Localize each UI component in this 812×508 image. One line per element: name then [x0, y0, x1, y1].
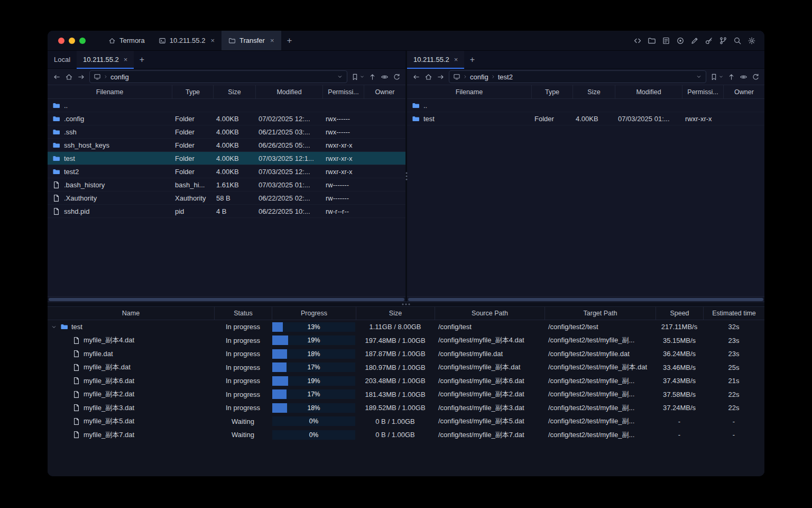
file-row[interactable]: .sshFolder4.00KB06/21/2025 03:...rwx----…	[48, 125, 405, 139]
transfer-row[interactable]: myfile.datIn progress18%187.87MB / 1.00G…	[48, 347, 764, 361]
edit-button[interactable]	[688, 34, 701, 47]
path-segment[interactable]: config	[110, 73, 129, 81]
column-header-type[interactable]: Type	[172, 85, 213, 98]
titlebar-tab-transfer[interactable]: Transfer×	[222, 31, 281, 50]
close-icon[interactable]: ×	[210, 37, 215, 44]
vertical-splitter[interactable]	[405, 51, 407, 302]
column-header-size[interactable]: Size	[356, 307, 435, 320]
transfer-name-cell[interactable]: myfile.dat	[48, 350, 214, 358]
transfer-name-cell[interactable]: myfile_副本6.dat	[48, 376, 214, 386]
file-row[interactable]: test2Folder4.00KB07/03/2025 12:...rwxr-x…	[48, 165, 405, 178]
minimize-window-button[interactable]	[69, 38, 75, 44]
bookmark-button[interactable]	[350, 71, 366, 83]
file-row[interactable]: ..	[48, 99, 405, 112]
log-button[interactable]	[660, 34, 672, 47]
column-header-speed[interactable]: Speed	[656, 307, 703, 320]
column-header-owner[interactable]: Owner	[723, 85, 764, 98]
transfer-row[interactable]: myfile_副本4.datIn progress19%197.48MB / 1…	[48, 334, 764, 348]
titlebar-tab-termora[interactable]: Termora	[102, 31, 152, 50]
transfer-name-cell[interactable]: myfile_副本2.dat	[48, 389, 214, 399]
refresh-button[interactable]	[750, 71, 761, 83]
path-input[interactable]: config	[89, 70, 347, 83]
transfer-name-cell[interactable]: myfile_副本4.dat	[48, 335, 214, 345]
file-row[interactable]: testFolder4.00KB07/03/2025 01:...rwxr-xr…	[407, 112, 764, 125]
back-button[interactable]	[410, 71, 422, 83]
close-window-button[interactable]	[58, 38, 64, 44]
path-segment[interactable]: test2	[498, 73, 513, 81]
transfer-name-cell[interactable]: myfile_副本.dat	[48, 362, 214, 372]
column-header-type[interactable]: Type	[531, 85, 573, 98]
transfer-name-cell[interactable]: test	[48, 323, 214, 331]
transfer-row[interactable]: myfile_副本7.datWaiting0%0 B / 1.00GB/conf…	[48, 428, 764, 442]
new-panel-tab-button[interactable]: +	[134, 51, 150, 68]
close-icon[interactable]: ×	[454, 56, 458, 63]
titlebar-tab-10-211-55-2[interactable]: 10.211.55.2×	[152, 31, 222, 50]
branch-button[interactable]	[717, 34, 730, 47]
record-button[interactable]	[674, 34, 687, 47]
file-row[interactable]: .bash_historybash_hi...1.61KB07/03/2025 …	[48, 178, 405, 192]
new-panel-tab-button[interactable]: +	[464, 51, 480, 68]
column-header-status[interactable]: Status	[214, 307, 272, 320]
search-button[interactable]	[731, 34, 744, 47]
transfer-name-cell[interactable]: myfile_副本3.dat	[48, 403, 214, 413]
path-segment[interactable]: config	[470, 73, 488, 81]
panel-tab-local[interactable]: Local	[48, 51, 77, 68]
horizontal-splitter[interactable]	[48, 302, 764, 307]
scrollbar-thumb[interactable]	[49, 298, 404, 301]
file-row[interactable]: ..	[407, 99, 764, 112]
column-header-filename[interactable]: Filename	[48, 85, 172, 98]
column-header-progress[interactable]: Progress	[272, 307, 356, 320]
column-header-filename[interactable]: Filename	[407, 85, 531, 98]
scrollbar-thumb[interactable]	[408, 298, 763, 301]
forward-button[interactable]	[435, 71, 446, 83]
refresh-button[interactable]	[391, 71, 402, 83]
settings-button[interactable]	[745, 34, 758, 47]
column-header-source-path[interactable]: Source Path	[435, 307, 545, 320]
column-header-size[interactable]: Size	[573, 85, 615, 98]
horizontal-scrollbar[interactable]	[48, 296, 405, 302]
transfer-row[interactable]: myfile_副本6.datIn progress19%203.48MB / 1…	[48, 374, 764, 388]
transfer-row[interactable]: myfile_副本3.datIn progress18%189.52MB / 1…	[48, 401, 764, 415]
code-button[interactable]	[631, 34, 644, 47]
show-hidden-button[interactable]	[379, 71, 390, 83]
column-header-permissi[interactable]: Permissi...	[682, 85, 723, 98]
file-row[interactable]: .XauthorityXauthority58 B06/22/2025 02:.…	[48, 192, 405, 205]
column-header-modified[interactable]: Modified	[255, 85, 322, 98]
column-header-permissi[interactable]: Permissi...	[322, 85, 364, 98]
forward-button[interactable]	[75, 71, 87, 83]
horizontal-scrollbar[interactable]	[407, 296, 764, 302]
column-header-name[interactable]: Name	[48, 307, 214, 320]
show-hidden-button[interactable]	[737, 71, 749, 83]
column-header-target-path[interactable]: Target Path	[545, 307, 656, 320]
transfer-row[interactable]: myfile_副本.datIn progress17%180.97MB / 1.…	[48, 361, 764, 375]
home-button[interactable]	[63, 71, 75, 83]
new-tab-button[interactable]: +	[281, 31, 298, 50]
close-icon[interactable]: ×	[270, 37, 274, 44]
upload-button[interactable]	[366, 71, 378, 83]
folder-button[interactable]	[645, 34, 658, 47]
transfer-row[interactable]: myfile_副本2.datIn progress17%181.43MB / 1…	[48, 388, 764, 402]
column-header-estimated-time[interactable]: Estimated time	[703, 307, 764, 320]
transfer-row[interactable]: testIn progress13%1.11GB / 8.00GB/config…	[48, 320, 764, 334]
panel-tab-10-211-55-2[interactable]: 10.211.55.2×	[407, 51, 464, 68]
transfer-name-cell[interactable]: myfile_副本7.dat	[48, 430, 214, 440]
panel-tab-10-211-55-2[interactable]: 10.211.55.2×	[77, 51, 134, 68]
transfer-name-cell[interactable]: myfile_副本5.dat	[48, 416, 214, 426]
column-header-modified[interactable]: Modified	[615, 85, 682, 98]
path-input[interactable]: configtest2	[449, 70, 706, 83]
back-button[interactable]	[51, 71, 62, 83]
home-button[interactable]	[422, 71, 434, 83]
bookmark-button[interactable]	[709, 71, 725, 83]
close-icon[interactable]: ×	[124, 56, 128, 63]
transfer-row[interactable]: myfile_副本5.datWaiting0%0 B / 1.00GB/conf…	[48, 415, 764, 429]
file-row[interactable]: .configFolder4.00KB07/02/2025 12:...rwx-…	[48, 112, 405, 125]
chevron-down-icon[interactable]	[51, 324, 57, 330]
column-header-owner[interactable]: Owner	[364, 85, 405, 98]
file-row[interactable]: testFolder4.00KB07/03/2025 12:1...rwxr-x…	[48, 152, 405, 165]
column-header-size[interactable]: Size	[213, 85, 255, 98]
key-button[interactable]	[703, 34, 715, 47]
file-row[interactable]: ssh_host_keysFolder4.00KB06/26/2025 05:.…	[48, 139, 405, 152]
upload-button[interactable]	[725, 71, 737, 83]
chevron-down-icon[interactable]	[696, 74, 702, 80]
file-row[interactable]: sshd.pidpid4 B06/22/2025 10:...rw-r--r--	[48, 205, 405, 218]
